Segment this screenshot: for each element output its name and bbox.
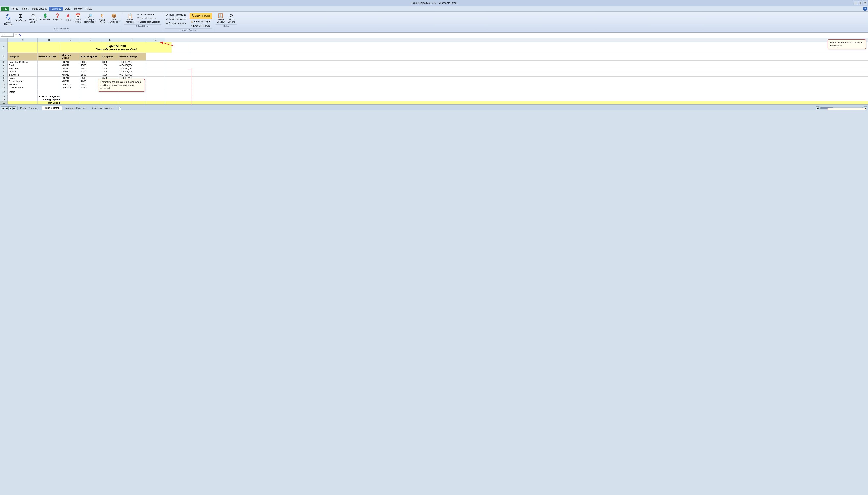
cell-g7[interactable] [146, 73, 166, 76]
cell-c2[interactable]: MonthlySpend [61, 53, 80, 60]
cell-d13[interactable] [80, 95, 101, 98]
cell-a3[interactable]: Household Utilities [8, 61, 37, 64]
cell-e14[interactable] [101, 98, 119, 101]
cell-g13[interactable] [146, 95, 166, 98]
use-in-formula-button[interactable]: ≡ Use in Formula ▾ [137, 16, 161, 20]
cell-a10[interactable]: Vacation [8, 83, 37, 86]
remove-arrows-button[interactable]: ✕ Remove Arrows ▾ [165, 21, 188, 25]
cell-reference-input[interactable] [1, 33, 14, 37]
cell-b13[interactable]: Number of Categories [37, 95, 61, 98]
cell-c7[interactable]: =D7/12 [61, 73, 80, 76]
last-sheet-button[interactable]: ▶| [12, 106, 16, 110]
cell-d11[interactable]: 1250 [80, 86, 101, 89]
cell-e9[interactable]: 2250 [101, 80, 119, 83]
cell-c10[interactable]: =D10/12 [61, 83, 80, 86]
cell-b12[interactable] [37, 89, 61, 95]
cell-d7[interactable]: 1500 [80, 73, 101, 76]
cell-e12[interactable] [101, 89, 119, 95]
text-button[interactable]: A Text ▾ [63, 13, 73, 22]
cell-c1-merged[interactable]: Expense Plan (Does not include mortgage … [61, 42, 172, 53]
insert-function-button[interactable]: fx InsertFunction [3, 13, 14, 27]
col-header-g[interactable]: G [146, 38, 166, 42]
menu-home[interactable]: Home [10, 7, 20, 11]
cell-b3[interactable] [37, 61, 61, 64]
trace-dependents-button[interactable]: ↙ Trace Dependents [165, 17, 188, 21]
logical-button[interactable]: ❓ Logical ▾ [52, 13, 63, 21]
cell-g2[interactable] [146, 53, 166, 60]
cell-c6[interactable]: =D6/12 [61, 70, 80, 73]
col-header-a[interactable]: A [8, 38, 37, 42]
cell-a8[interactable]: Taxes [8, 76, 37, 80]
prev-sheet-button[interactable]: ◀ [5, 106, 8, 110]
trace-precedents-button[interactable]: ↗ Trace Precedents [165, 13, 188, 17]
cell-g9[interactable] [146, 80, 166, 83]
cell-d15[interactable] [80, 101, 101, 104]
cell-f9[interactable]: =(D9-E9)/E9 [119, 80, 146, 83]
formula-input[interactable] [22, 33, 867, 36]
cell-a2[interactable]: Category [8, 53, 37, 60]
cell-e10[interactable]: 2000 [101, 83, 119, 86]
cell-g4[interactable] [146, 64, 166, 67]
restore-button[interactable]: □ [858, 1, 863, 5]
menu-formulas[interactable]: Formulas [49, 7, 63, 11]
cell-g5[interactable] [146, 67, 166, 70]
cell-b8[interactable] [37, 76, 61, 80]
cell-b5[interactable] [37, 67, 61, 70]
cell-a14[interactable] [8, 98, 37, 101]
cell-d12[interactable] [80, 89, 101, 95]
cell-c15[interactable] [61, 101, 80, 104]
cell-a11[interactable]: Miscellaneous [8, 86, 37, 89]
cell-a13[interactable] [8, 95, 37, 98]
cell-d3[interactable]: 3000 [80, 61, 101, 64]
cell-d2[interactable]: Annual Spend [80, 53, 101, 60]
cell-g12[interactable] [146, 89, 166, 95]
horizontal-scrollbar[interactable] [820, 107, 863, 109]
watch-window-button[interactable]: 🪟 WatchWindow [216, 13, 226, 24]
cell-d4[interactable]: 2500 [80, 64, 101, 67]
sheet-tab-budget-detail[interactable]: Budget Detail [41, 106, 62, 110]
cell-a12[interactable]: Totals [8, 89, 37, 95]
scrollbar-thumb[interactable] [820, 107, 833, 109]
cell-e11[interactable]: 1558 [101, 86, 119, 89]
menu-data[interactable]: Data [63, 7, 72, 11]
cell-b15[interactable]: Min Spend [37, 101, 61, 104]
cell-a1[interactable] [8, 42, 37, 53]
show-formulas-button[interactable]: fx Show Formulas [190, 13, 212, 19]
col-header-e[interactable]: E [101, 38, 119, 42]
cell-f15[interactable] [119, 101, 146, 104]
menu-file[interactable]: File [1, 6, 9, 11]
cell-a9[interactable]: Entertainment [8, 80, 37, 83]
cell-f11[interactable]: =(D11-E11)/E11 [119, 86, 146, 89]
math-trig-button[interactable]: θ Math &Trig ▾ [98, 13, 107, 24]
cell-g14[interactable] [146, 98, 166, 101]
date-time-button[interactable]: 📅 Date &Time ▾ [73, 13, 83, 24]
cell-f6[interactable]: =(D6-E6)/E6 [119, 70, 146, 73]
close-button[interactable]: ✕ [863, 1, 867, 5]
cell-f3[interactable]: =(D3-E3)/E3 [119, 61, 146, 64]
define-name-button[interactable]: ≡ Define Name ▾ [137, 13, 161, 16]
cell-d10[interactable]: 1500 [80, 83, 101, 86]
cell-d14[interactable] [80, 98, 101, 101]
cell-a4[interactable]: Food [8, 64, 37, 67]
cell-g6[interactable] [146, 70, 166, 73]
cell-g11[interactable] [146, 86, 166, 89]
cell-e15[interactable] [101, 101, 119, 104]
cell-f13[interactable] [119, 95, 146, 98]
cell-e3[interactable]: 3000 [101, 61, 119, 64]
cell-f2[interactable]: Percent Change [119, 53, 146, 60]
create-from-selection-button[interactable]: ≡ Create from Selection [137, 20, 161, 23]
cell-g1[interactable] [172, 42, 191, 53]
cell-f8[interactable]: =(D8-E8)/E8 [119, 76, 146, 80]
error-checking-button[interactable]: ⚠ Error Checking ▾ [190, 20, 212, 24]
first-sheet-button[interactable]: |◀ [1, 106, 5, 110]
cell-b9[interactable] [37, 80, 61, 83]
cell-e6[interactable]: 1000 [101, 70, 119, 73]
minimize-button[interactable]: _ [853, 1, 858, 5]
menu-page-layout[interactable]: Page Layout [31, 7, 48, 11]
cell-f4[interactable]: =(D4-E4)/E4 [119, 64, 146, 67]
menu-view[interactable]: View [85, 7, 94, 11]
autosum-button[interactable]: Σ AutoSum ▾ [14, 13, 27, 22]
menu-insert[interactable]: Insert [20, 7, 30, 11]
cell-a6[interactable]: Clothes [8, 70, 37, 73]
cell-f10[interactable]: =(D10-E10)/E10 [119, 83, 146, 86]
